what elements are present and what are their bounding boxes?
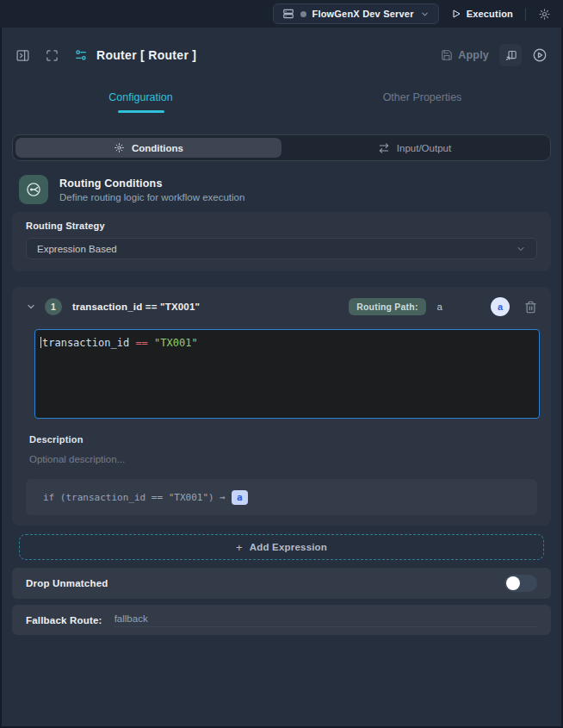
page-title: Router [ Router ] — [96, 48, 196, 62]
chevron-down-icon — [516, 244, 526, 254]
panel-collapse-icon[interactable] — [15, 48, 30, 63]
section-header: Routing Conditions Define routing logic … — [12, 175, 551, 204]
routing-strategy-value: Expression Based — [37, 244, 117, 254]
collapse-chevron-icon[interactable] — [26, 302, 36, 312]
drop-unmatched-toggle[interactable] — [504, 575, 537, 592]
expression-card: 1 transaction_id == "TX001" Routing Path… — [12, 287, 551, 526]
tab-bar: Configuration Other Properties — [0, 84, 563, 119]
fallback-route-row: Fallback Route: — [12, 605, 551, 635]
router-node-icon — [74, 48, 88, 62]
routing-strategy-label: Routing Strategy — [26, 221, 537, 231]
preview-text: if (transaction_id == "TX001") → — [43, 492, 226, 503]
routing-icon — [19, 175, 48, 204]
maximize-icon[interactable] — [46, 49, 59, 62]
segmented-control: Conditions Input/Output — [12, 134, 551, 161]
drop-unmatched-label: Drop Unmatched — [26, 578, 108, 588]
section-title: Routing Conditions — [59, 177, 244, 190]
routing-strategy-select[interactable]: Expression Based — [26, 238, 537, 259]
section-subtitle: Define routing logic for workflow execut… — [59, 192, 244, 202]
server-selector[interactable]: FlowGenX Dev Server — [273, 3, 439, 24]
settings-gear-icon[interactable] — [538, 8, 551, 21]
routing-path-value: a — [437, 302, 442, 312]
execution-button[interactable]: Execution — [451, 9, 513, 19]
active-tab-indicator — [118, 110, 164, 113]
topbar: FlowGenX Dev Server Execution — [0, 0, 563, 28]
swap-arrows-icon — [378, 142, 390, 154]
description-input[interactable] — [29, 450, 534, 469]
delete-expression-button[interactable] — [524, 301, 537, 314]
tab-configuration-label: Configuration — [108, 91, 172, 103]
open-in-panel-button[interactable] — [499, 44, 522, 66]
tab-configuration[interactable]: Configuration — [0, 84, 282, 119]
description-label: Description — [29, 434, 551, 445]
save-icon — [441, 49, 453, 61]
add-expression-button[interactable]: + Add Expression — [19, 534, 544, 560]
router-config-window: FlowGenX Dev Server Execution Router [ R… — [0, 0, 563, 728]
route-output-badge[interactable]: a — [491, 297, 510, 316]
picture-in-picture-icon — [504, 49, 517, 62]
code-operator: == — [135, 337, 147, 349]
apply-label: Apply — [458, 49, 489, 61]
server-status-dot — [300, 11, 306, 17]
fallback-route-input[interactable] — [114, 613, 537, 627]
chevron-down-icon — [420, 9, 430, 19]
add-expression-label: Add Expression — [250, 542, 327, 552]
segment-conditions-label: Conditions — [132, 143, 183, 153]
execution-label: Execution — [467, 9, 513, 19]
panel-header: Router [ Router ] Apply — [0, 38, 563, 72]
routing-path-label: Routing Path: — [349, 298, 425, 315]
gear-icon — [114, 142, 125, 153]
preview-route-badge: a — [232, 490, 248, 505]
play-icon — [451, 9, 461, 19]
section-titles: Routing Conditions Define routing logic … — [59, 177, 244, 202]
expression-index-badge: 1 — [45, 298, 62, 315]
segment-input-output-label: Input/Output — [397, 143, 451, 153]
expression-header: 1 transaction_id == "TX001" Routing Path… — [12, 296, 551, 318]
drop-unmatched-row: Drop Unmatched — [12, 568, 551, 599]
plus-icon: + — [236, 541, 243, 554]
tab-other-properties-label: Other Properties — [383, 91, 462, 103]
expression-code-editor[interactable]: transaction_id == "TX001" — [34, 329, 540, 419]
segment-input-output[interactable]: Input/Output — [282, 138, 548, 158]
topbar-divider — [525, 8, 526, 21]
code-string: "TX001" — [154, 337, 198, 349]
tab-other-properties[interactable]: Other Properties — [282, 84, 563, 119]
server-icon — [282, 8, 294, 20]
segment-conditions[interactable]: Conditions — [15, 138, 282, 158]
toggle-knob — [506, 576, 520, 590]
text-cursor — [40, 337, 41, 348]
apply-button[interactable]: Apply — [441, 49, 489, 61]
expression-title: transaction_id == "TX001" — [72, 302, 200, 312]
expression-preview: if (transaction_id == "TX001") → a — [26, 479, 537, 515]
code-identifier: transaction_id — [42, 337, 129, 349]
run-node-button[interactable] — [532, 47, 548, 63]
server-name: FlowGenX Dev Server — [312, 9, 414, 19]
routing-strategy-panel: Routing Strategy Expression Based — [12, 212, 551, 271]
fallback-route-label: Fallback Route: — [26, 615, 102, 625]
content: Conditions Input/Output Routing Conditio… — [0, 134, 563, 635]
